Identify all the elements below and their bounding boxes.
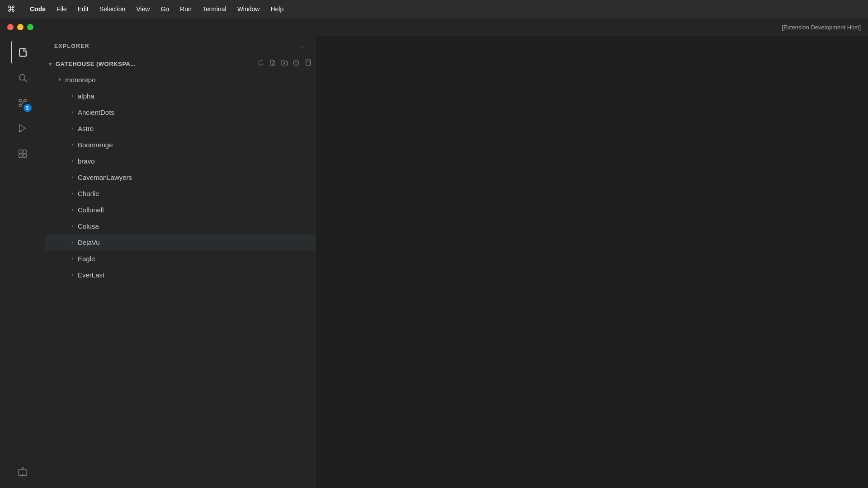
editor-area xyxy=(316,36,868,488)
source-control-badge: 5 xyxy=(24,104,32,112)
bravo-chevron: › xyxy=(69,158,76,164)
menu-window[interactable]: Window xyxy=(232,4,265,14)
tree-folder-eagle[interactable]: › Eagle xyxy=(45,250,316,267)
menu-help[interactable]: Help xyxy=(265,4,289,14)
maximize-button[interactable] xyxy=(27,24,33,30)
dejavu-chevron: › xyxy=(69,239,76,245)
tree-folder-alpha[interactable]: › alpha xyxy=(45,88,316,104)
title-bar: [Extension Development Host] xyxy=(0,18,868,36)
window-title: [Extension Development Host] xyxy=(782,24,861,31)
window-controls xyxy=(7,24,33,30)
alpha-chevron: › xyxy=(69,93,76,99)
activity-remote-explorer[interactable] xyxy=(11,460,34,483)
tree-folder-astro[interactable]: › Astro xyxy=(45,120,316,136)
svg-rect-8 xyxy=(19,150,22,153)
activity-run-debug[interactable] xyxy=(11,117,34,140)
charlie-chevron: › xyxy=(69,190,76,197)
workspace-action-icons xyxy=(256,58,312,69)
workspace-name: GATEHOUSE (WORKSPA... xyxy=(56,61,254,67)
svg-point-15 xyxy=(22,467,24,469)
menu-go[interactable]: Go xyxy=(155,4,175,14)
boomrenge-label: Boomrenge xyxy=(78,141,316,149)
svg-point-1 xyxy=(19,75,25,80)
svg-line-2 xyxy=(24,80,27,82)
tree-folder-bravo[interactable]: › bravo xyxy=(45,153,316,169)
minimize-button[interactable] xyxy=(17,24,24,30)
alpha-label: alpha xyxy=(78,92,316,100)
explorer-header: EXPLORER ... xyxy=(45,36,316,56)
activity-extensions[interactable] xyxy=(11,142,34,165)
sidebar: EXPLORER ... ▾ GATEHOUSE (WORKSPA... xyxy=(45,36,316,488)
tree-folder-collonell[interactable]: › Collonell xyxy=(45,202,316,218)
bravo-label: bravo xyxy=(78,157,316,165)
copy-workspace-icon[interactable] xyxy=(303,58,312,69)
eagle-chevron: › xyxy=(69,255,76,262)
tree-folder-colusa[interactable]: › Colusa xyxy=(45,218,316,234)
activity-search[interactable] xyxy=(11,66,34,89)
svg-rect-10 xyxy=(19,154,22,157)
vscode-layout: 5 xyxy=(0,36,868,488)
new-folder-icon[interactable] xyxy=(280,58,289,69)
monorepo-chevron: ▾ xyxy=(56,76,63,83)
svg-rect-11 xyxy=(23,154,26,157)
tree-folder-everlast[interactable]: › EverLast xyxy=(45,267,316,283)
charlie-label: Charlie xyxy=(78,190,316,197)
astro-chevron: › xyxy=(69,125,76,131)
close-button[interactable] xyxy=(7,24,14,30)
tree-folder-cavemanlawyers[interactable]: › CavemanLawyers xyxy=(45,169,316,185)
collonell-chevron: › xyxy=(69,206,76,213)
boomrenge-chevron: › xyxy=(69,141,76,148)
menu-edit[interactable]: Edit xyxy=(72,4,94,14)
activity-bar: 5 xyxy=(0,36,45,488)
cavemanlawyers-label: CavemanLawyers xyxy=(78,174,316,181)
refresh-icon[interactable] xyxy=(256,58,265,69)
menu-selection[interactable]: Selection xyxy=(94,4,131,14)
collonell-label: Collonell xyxy=(78,206,316,214)
explorer-more-actions[interactable]: ... xyxy=(299,41,309,51)
tree-folder-charlie[interactable]: › Charlie xyxy=(45,185,316,202)
menu-code[interactable]: Code xyxy=(24,4,51,14)
ancientdots-chevron: › xyxy=(69,109,76,115)
collapse-all-icon[interactable] xyxy=(292,58,301,69)
everlast-chevron: › xyxy=(69,272,76,278)
cavemanlawyers-chevron: › xyxy=(69,174,76,180)
menu-bar: ⌘ Code File Edit Selection View Go Run T… xyxy=(0,0,868,18)
activity-source-control[interactable]: 5 xyxy=(11,91,34,115)
explorer-title: EXPLORER xyxy=(54,43,90,49)
astro-label: Astro xyxy=(78,125,316,132)
tree-folder-monorepo[interactable]: ▾ monorepo xyxy=(45,71,316,88)
tree-folder-boomrenge[interactable]: › Boomrenge xyxy=(45,136,316,153)
svg-point-5 xyxy=(19,99,21,102)
apple-menu-icon[interactable]: ⌘ xyxy=(7,4,15,14)
eagle-label: Eagle xyxy=(78,255,316,263)
tree-folder-ancientdots[interactable]: › AncientDots xyxy=(45,104,316,120)
workspace-chevron: ▾ xyxy=(49,61,52,67)
file-tree: ▾ monorepo › alpha › AncientDots › Astro… xyxy=(45,71,316,488)
menu-view[interactable]: View xyxy=(131,4,155,14)
tree-folder-dejavu[interactable]: › DejaVu xyxy=(45,234,316,250)
everlast-label: EverLast xyxy=(78,271,316,279)
new-file-icon[interactable] xyxy=(268,58,277,69)
explorer-actions: ... xyxy=(299,41,309,51)
menu-run[interactable]: Run xyxy=(175,4,197,14)
colusa-chevron: › xyxy=(69,223,76,229)
menu-terminal[interactable]: Terminal xyxy=(197,4,232,14)
dejavu-label: DejaVu xyxy=(78,239,316,246)
monorepo-label: monorepo xyxy=(65,76,316,84)
workspace-header[interactable]: ▾ GATEHOUSE (WORKSPA... xyxy=(45,56,316,71)
svg-rect-23 xyxy=(306,61,310,66)
colusa-label: Colusa xyxy=(78,222,316,230)
menu-file[interactable]: File xyxy=(51,4,72,14)
activity-explorer[interactable] xyxy=(11,41,34,64)
svg-rect-9 xyxy=(23,150,26,153)
ancientdots-label: AncientDots xyxy=(78,108,316,116)
